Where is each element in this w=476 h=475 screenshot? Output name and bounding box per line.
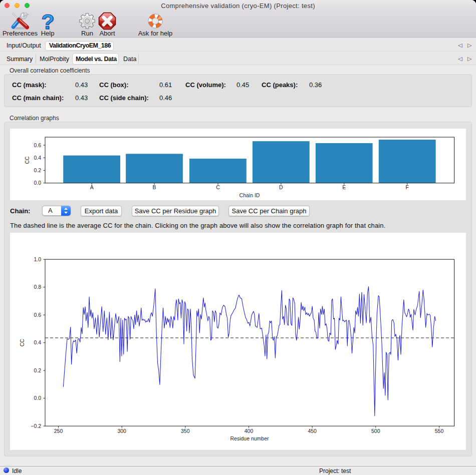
- svg-text:B: B: [152, 184, 156, 190]
- svg-text:0.6: 0.6: [34, 312, 41, 318]
- svg-text:450: 450: [308, 428, 317, 434]
- svg-text:Chain ID: Chain ID: [240, 192, 260, 198]
- svg-text:0.6: 0.6: [34, 142, 41, 148]
- svg-text:0.0: 0.0: [34, 180, 41, 186]
- svg-text:1.0: 1.0: [34, 256, 41, 262]
- svg-text:CC: CC: [19, 339, 25, 347]
- svg-text:Residue number: Residue number: [230, 435, 269, 441]
- svg-text:D: D: [279, 184, 283, 190]
- svg-text:250: 250: [54, 428, 63, 434]
- svg-text:A: A: [90, 184, 94, 190]
- svg-text:500: 500: [371, 428, 380, 434]
- svg-text:C: C: [216, 184, 220, 190]
- svg-text:400: 400: [245, 428, 254, 434]
- svg-text:F: F: [405, 184, 408, 190]
- svg-text:?: ?: [41, 13, 54, 31]
- svg-text:300: 300: [117, 428, 126, 434]
- svg-text:0.4: 0.4: [34, 339, 41, 345]
- svg-text:CC: CC: [24, 156, 30, 164]
- svg-text:350: 350: [181, 428, 190, 434]
- svg-text:E: E: [342, 184, 346, 190]
- svg-text:0.2: 0.2: [34, 367, 41, 373]
- svg-text:−0.2: −0.2: [31, 423, 41, 429]
- svg-text:0.2: 0.2: [34, 167, 41, 173]
- svg-text:0.8: 0.8: [34, 284, 41, 290]
- svg-text:0.4: 0.4: [34, 155, 41, 161]
- svg-text:0.0: 0.0: [34, 395, 41, 401]
- svg-text:550: 550: [435, 428, 444, 434]
